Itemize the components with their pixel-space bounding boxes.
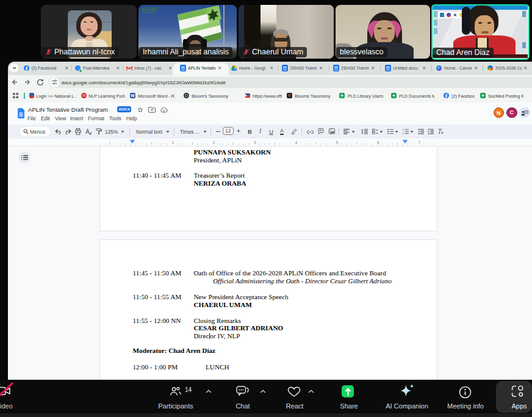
svg-text:2: 2 xyxy=(403,132,404,134)
svg-text:1: 1 xyxy=(403,129,404,131)
